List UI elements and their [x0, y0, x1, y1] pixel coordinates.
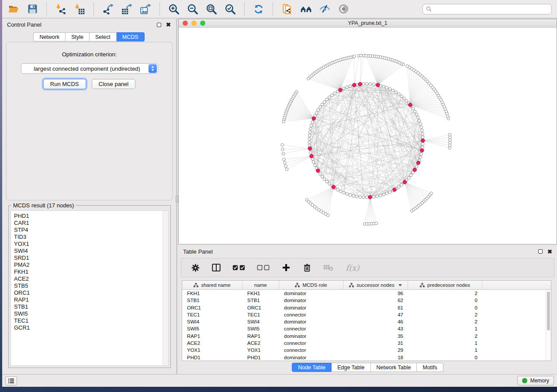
- criterion-dropdown[interactable]: largest connected component (undirected): [21, 63, 158, 74]
- sort-caret-icon[interactable]: [398, 284, 402, 286]
- float-panel-icon[interactable]: [157, 23, 161, 27]
- float-table-panel-icon[interactable]: [538, 249, 543, 254]
- column-header-shared-name[interactable]: shared name: [182, 281, 242, 289]
- table-tab-network-table[interactable]: Network Table: [371, 363, 417, 372]
- delete-column-icon[interactable]: [302, 262, 312, 273]
- table-scrollbar-thumb[interactable]: [547, 292, 550, 330]
- control-panel-tabs: NetworkStyleSelectMCDS: [2, 32, 176, 41]
- export-network-icon[interactable]: [102, 3, 114, 15]
- result-node[interactable]: TID3: [14, 234, 168, 241]
- zoom-selected-icon[interactable]: [224, 3, 236, 15]
- zoom-in-icon[interactable]: [168, 3, 180, 15]
- result-node[interactable]: GCR1: [14, 324, 168, 331]
- table-row[interactable]: STB1STB1dominator620: [182, 297, 546, 304]
- toolbar-separator: [244, 3, 245, 16]
- close-window-icon[interactable]: [183, 21, 188, 26]
- maximize-window-icon[interactable]: [200, 21, 205, 26]
- close-panel-button[interactable]: Close panel: [92, 79, 136, 89]
- column-header-predecessor-nodes[interactable]: predecessor nodes: [408, 281, 482, 289]
- task-history-button[interactable]: [5, 376, 17, 385]
- table-row[interactable]: YOX1YOX1connector291: [182, 347, 546, 354]
- table-row[interactable]: ORC1ORC1dominator610: [182, 304, 546, 311]
- result-node[interactable]: SWI5: [14, 310, 168, 317]
- column-header-successor-nodes[interactable]: successor nodes: [343, 281, 408, 289]
- cell: ORC1: [182, 304, 242, 311]
- column-header-filler: [482, 281, 551, 289]
- network-canvas[interactable]: [179, 28, 557, 244]
- result-node[interactable]: RAP1: [14, 296, 168, 303]
- column-header-name[interactable]: name: [242, 281, 279, 289]
- mcds-tab-content: Optimization criterion: largest connecte…: [6, 42, 173, 200]
- binoculars-icon[interactable]: [300, 3, 312, 15]
- function-builder-icon[interactable]: f(x): [344, 262, 361, 273]
- export-table-icon[interactable]: [121, 3, 133, 15]
- table-row[interactable]: SWI5SWI5connector431: [182, 325, 546, 332]
- cell: PHD1: [182, 354, 242, 361]
- result-node[interactable]: PMA2: [14, 261, 168, 268]
- table-row[interactable]: RAP1RAP1dominator352: [182, 333, 546, 340]
- import-network-icon[interactable]: [55, 3, 67, 15]
- select-all-checks-icon[interactable]: [232, 262, 246, 273]
- mcds-result-list[interactable]: PHD1CAR1STP4TID3YOX1SWI4SRD1PMA2FKH1ACE2…: [10, 210, 169, 366]
- table-row[interactable]: PHD1PHD1dominator180: [182, 354, 546, 361]
- table-tab-edge-table[interactable]: Edge Table: [332, 363, 370, 372]
- table-row[interactable]: SWI4SWI4dominator462: [182, 318, 546, 325]
- sitemap-icon: [194, 283, 198, 287]
- tab-select[interactable]: Select: [90, 32, 117, 41]
- table-row[interactable]: ACE2ACE2connector311: [182, 340, 546, 347]
- tab-style[interactable]: Style: [66, 32, 90, 41]
- dropdown-stepper-icon: [149, 64, 157, 73]
- table-panel-title: Table Panel: [183, 248, 213, 255]
- table-scrollbar[interactable]: [546, 290, 551, 361]
- save-icon[interactable]: [26, 3, 38, 15]
- result-node[interactable]: FKH1: [14, 268, 168, 275]
- table-tab-node-table[interactable]: Node Table: [292, 363, 332, 372]
- result-node[interactable]: PHD1: [14, 213, 168, 220]
- table-row[interactable]: TEC1TEC1connector472: [182, 311, 546, 318]
- add-column-icon[interactable]: [281, 262, 291, 273]
- result-node[interactable]: YOX1: [14, 241, 168, 248]
- search-field[interactable]: [422, 4, 552, 14]
- result-node[interactable]: CAR1: [14, 220, 168, 227]
- cell: 0: [408, 304, 482, 311]
- duplicate-session-icon[interactable]: [281, 3, 293, 15]
- close-panel-icon[interactable]: ✖: [166, 22, 171, 28]
- result-node[interactable]: SWI4: [14, 248, 168, 254]
- cell: connector: [279, 325, 343, 332]
- result-node[interactable]: ACE2: [14, 275, 168, 282]
- search-input[interactable]: [434, 6, 548, 12]
- result-node[interactable]: TEC1: [14, 317, 168, 324]
- zoom-fit-icon[interactable]: [205, 3, 218, 15]
- deselect-all-checks-icon[interactable]: [256, 262, 270, 273]
- close-table-panel-icon[interactable]: ✖: [547, 249, 552, 254]
- table-row[interactable]: FKH1FKH1dominator962: [182, 290, 546, 297]
- result-node[interactable]: STP4: [14, 227, 168, 234]
- memory-button[interactable]: Memory: [517, 376, 554, 385]
- cell: FKH1: [182, 290, 242, 297]
- table-panel-header: Table Panel ✖: [178, 246, 557, 257]
- table-tab-motifs[interactable]: Motifs: [417, 363, 443, 372]
- export-image-icon[interactable]: [139, 3, 152, 15]
- refresh-icon[interactable]: [253, 3, 265, 15]
- hide-eye-icon[interactable]: [318, 3, 331, 15]
- tab-mcds[interactable]: MCDS: [117, 32, 145, 41]
- result-list-scrollbar[interactable]: [163, 211, 168, 365]
- settings-gear-icon[interactable]: [190, 262, 201, 273]
- show-eye-icon[interactable]: [337, 3, 349, 15]
- open-folder-icon[interactable]: [7, 3, 20, 15]
- column-header-MCDS-role[interactable]: MCDS role: [279, 281, 343, 289]
- delete-table-icon[interactable]: [323, 262, 333, 273]
- result-node[interactable]: SRD1: [14, 254, 168, 261]
- minimize-window-icon[interactable]: [191, 21, 197, 26]
- run-mcds-button[interactable]: Run MCDS: [43, 79, 86, 89]
- zoom-out-icon[interactable]: [187, 3, 199, 15]
- result-node[interactable]: STB1: [14, 303, 168, 310]
- table-toolbar: f(x): [181, 258, 554, 277]
- cell: ACE2: [242, 340, 279, 347]
- result-node[interactable]: STB5: [14, 282, 168, 289]
- tab-network[interactable]: Network: [33, 32, 66, 41]
- column-layout-icon[interactable]: [211, 262, 221, 273]
- application-window: Control Panel ✖ NetworkStyleSelectMCDS O…: [2, 0, 557, 387]
- import-table-icon[interactable]: [73, 3, 86, 15]
- result-node[interactable]: ORC1: [14, 289, 168, 296]
